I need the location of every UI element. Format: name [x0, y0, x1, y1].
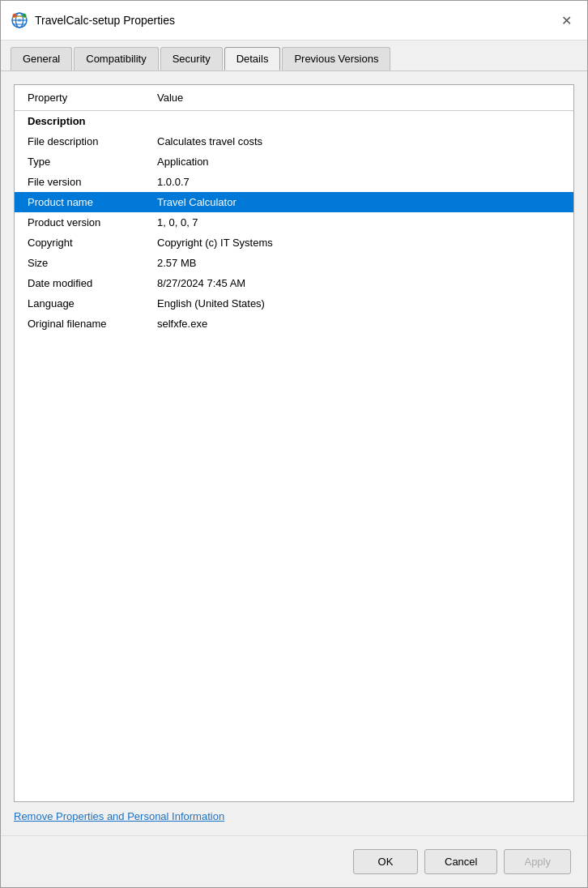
- table-row[interactable]: Date modified8/27/2024 7:45 AM: [15, 273, 573, 293]
- details-panel: Property Value Description File descript…: [14, 84, 574, 802]
- col-property-header: Property: [15, 85, 144, 111]
- ok-button[interactable]: OK: [353, 849, 418, 874]
- cancel-button[interactable]: Cancel: [424, 849, 497, 874]
- properties-window: TravelCalc-setup Properties ✕ General Co…: [0, 0, 588, 888]
- table-row[interactable]: Product nameTravel Calculator: [15, 192, 573, 212]
- table-header-row: Property Value: [15, 85, 573, 111]
- app-icon: [11, 11, 28, 29]
- tab-compatibility[interactable]: Compatibility: [74, 47, 158, 70]
- tab-general[interactable]: General: [11, 47, 72, 70]
- table-row[interactable]: Original filenameselfxfe.exe: [15, 314, 573, 334]
- title-bar: TravelCalc-setup Properties ✕: [1, 1, 587, 41]
- table-row[interactable]: File version1.0.0.7: [15, 172, 573, 192]
- close-button[interactable]: ✕: [555, 9, 577, 32]
- table-row[interactable]: TypeApplication: [15, 152, 573, 172]
- tab-details[interactable]: Details: [224, 47, 281, 70]
- col-value-header: Value: [144, 85, 573, 111]
- tab-security[interactable]: Security: [160, 47, 223, 70]
- svg-point-7: [23, 14, 27, 18]
- table-row[interactable]: LanguageEnglish (United States): [15, 293, 573, 314]
- svg-point-8: [18, 19, 21, 22]
- apply-button[interactable]: Apply: [504, 849, 571, 874]
- table-row[interactable]: Product version1, 0, 0, 7: [15, 212, 573, 233]
- table-row[interactable]: CopyrightCopyright (c) IT Systems: [15, 233, 573, 253]
- window-title: TravelCalc-setup Properties: [35, 14, 175, 27]
- content-area: Property Value Description File descript…: [1, 71, 587, 835]
- title-bar-left: TravelCalc-setup Properties: [11, 11, 175, 29]
- table-row[interactable]: File descriptionCalculates travel costs: [15, 131, 573, 152]
- table-row[interactable]: Size2.57 MB: [15, 253, 573, 273]
- svg-point-6: [13, 14, 17, 18]
- section-description-header: Description: [15, 111, 573, 132]
- tabs-bar: General Compatibility Security Details P…: [1, 41, 587, 71]
- details-table: Property Value Description File descript…: [15, 85, 573, 334]
- tab-previous-versions[interactable]: Previous Versions: [282, 47, 390, 70]
- remove-properties-link[interactable]: Remove Properties and Personal Informati…: [14, 810, 574, 822]
- footer-buttons: OK Cancel Apply: [1, 835, 587, 887]
